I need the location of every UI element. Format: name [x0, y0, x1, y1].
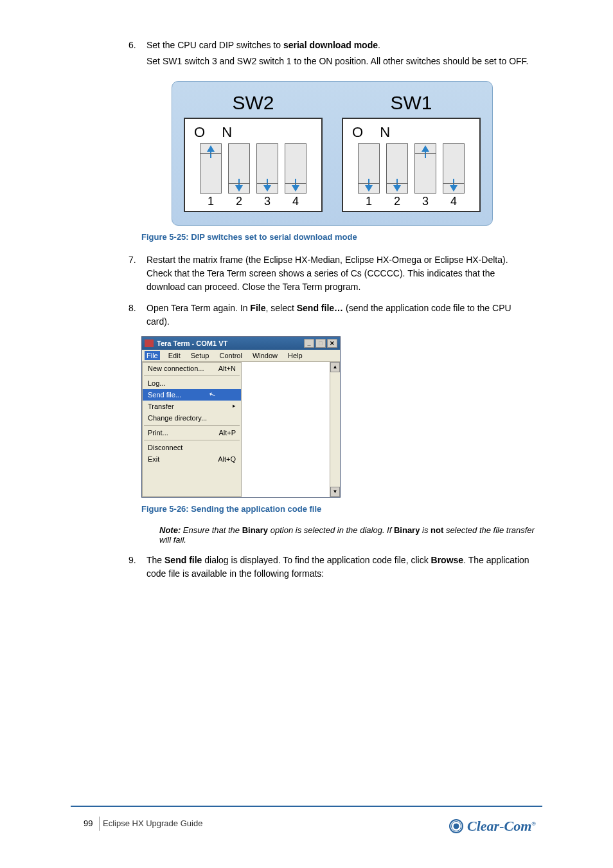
scrollbar[interactable]: ▲ ▼: [330, 362, 340, 497]
step-body: Restart the matrix frame (the Eclipse HX…: [147, 253, 536, 294]
text: option is selected in the dialog. If: [268, 525, 394, 535]
text-bold: not: [431, 525, 443, 535]
text: Ensure that the: [183, 525, 242, 535]
menu-separator: [144, 375, 240, 376]
menu-item[interactable]: Change directory...: [143, 412, 241, 424]
brand-name: Clear-Com: [467, 818, 531, 834]
close-button[interactable]: ✕: [327, 339, 337, 348]
menu-item[interactable]: Log...: [143, 377, 241, 389]
page-number: 99: [84, 818, 93, 828]
brand-icon: [449, 819, 463, 833]
dip-switch: 1: [200, 143, 222, 208]
cursor-icon: ↖: [208, 390, 217, 401]
switch-number: 2: [394, 195, 400, 208]
menu-file[interactable]: File: [145, 351, 160, 360]
teraterm-screenshot: Tera Term - COM1 VT _ □ ✕ FileEditSetupC…: [141, 336, 536, 498]
text: , select: [265, 303, 296, 313]
text-bold: File: [250, 303, 265, 313]
step-number: 6.: [129, 39, 147, 71]
menu-item-label: Send file...: [148, 391, 181, 399]
menu-item-label: Disconnect: [148, 444, 182, 451]
text-bold: Binary: [242, 525, 268, 535]
switch-number: 4: [450, 195, 457, 208]
step-7: 7. Restart the matrix frame (the Eclipse…: [129, 253, 536, 294]
dip-switch-figure: SW2 O N 1234 SW1 O N 1234: [172, 81, 493, 226]
menu-item-label: Change directory...: [148, 414, 207, 422]
menu-edit[interactable]: Edit: [166, 351, 182, 360]
menu-item[interactable]: Print...Alt+P: [143, 427, 241, 439]
text-bold: Send file…: [297, 303, 343, 313]
sw2-block: SW2 O N 1234: [184, 92, 323, 212]
step-body: The Send file dialog is displayed. To fi…: [147, 554, 536, 581]
brand-registered: ®: [531, 820, 536, 827]
figure-caption-2: Figure 5-26: Sending the application cod…: [129, 504, 536, 514]
menubar: FileEditSetupControlWindowHelp: [142, 350, 340, 362]
menu-item-label: Print...: [148, 429, 168, 437]
menu-item[interactable]: New connection...Alt+N: [143, 363, 241, 374]
menu-item-label: New connection...: [148, 365, 204, 372]
scroll-up-button[interactable]: ▲: [330, 362, 340, 372]
switch-number: 1: [366, 195, 372, 208]
window-title: Tera Term - COM1 VT: [157, 339, 304, 347]
menu-shortcut: Alt+Q: [218, 455, 236, 463]
on-label: O N: [347, 124, 475, 141]
sw1-block: SW1 O N 1234: [342, 92, 481, 212]
minimize-button[interactable]: _: [304, 339, 314, 348]
text: Set SW1 switch 3 and SW2 switch 1 to the…: [147, 55, 536, 68]
on-label: O N: [189, 124, 317, 141]
menu-item[interactable]: Send file...↖: [143, 389, 241, 401]
switch-number: 1: [208, 195, 214, 208]
menu-separator: [144, 425, 240, 426]
menu-item-label: Log...: [148, 379, 166, 387]
menu-item[interactable]: Transfer: [143, 401, 241, 412]
text: Open Tera Term again. In: [147, 303, 250, 313]
text-bold: serial download mode: [283, 40, 378, 50]
menu-setup[interactable]: Setup: [189, 351, 211, 360]
menu-item-label: Exit: [148, 455, 159, 463]
step-body: Set the CPU card DIP switches to serial …: [147, 39, 536, 71]
text: Set the CPU card DIP switches to: [147, 40, 283, 50]
note-label: Note:: [159, 525, 181, 535]
switch-number: 2: [236, 195, 242, 208]
text-bold: Browse: [431, 555, 464, 565]
app-icon: [145, 339, 154, 347]
dip-switch: 4: [443, 143, 465, 208]
step-8: 8. Open Tera Term again. In File, select…: [129, 302, 536, 329]
maximize-button[interactable]: □: [315, 339, 326, 348]
menu-shortcut: Alt+N: [218, 365, 236, 372]
footer-separator: [99, 817, 100, 831]
switch-number: 3: [264, 195, 271, 208]
menu-item[interactable]: ExitAlt+Q: [143, 453, 241, 465]
menu-control[interactable]: Control: [217, 351, 244, 360]
text: dialog is displayed. To find the applica…: [202, 555, 431, 565]
sw1-title: SW1: [342, 92, 481, 114]
step-9: 9. The Send file dialog is displayed. To…: [129, 554, 536, 581]
brand-logo: Clear-Com®: [449, 818, 536, 835]
footer-divider: [71, 806, 542, 807]
text: is: [420, 525, 431, 535]
dip-switch: 4: [285, 143, 306, 208]
step-number: 7.: [129, 253, 147, 294]
menu-item-label: Transfer: [148, 402, 174, 410]
figure-caption-1: Figure 5-25: DIP switches set to serial …: [129, 232, 536, 242]
dip-switch: 2: [386, 143, 408, 208]
text: The: [147, 555, 164, 565]
dip-switch: 2: [228, 143, 250, 208]
step-number: 8.: [129, 302, 147, 329]
sw2-title: SW2: [184, 92, 323, 114]
switch-number: 4: [292, 195, 299, 208]
menu-separator: [144, 440, 240, 440]
window-titlebar: Tera Term - COM1 VT _ □ ✕: [142, 337, 340, 350]
step-number: 9.: [129, 554, 147, 581]
dip-switch: 3: [256, 143, 278, 208]
menu-item[interactable]: Disconnect: [143, 442, 241, 453]
dip-switch: 1: [358, 143, 380, 208]
menu-help[interactable]: Help: [286, 351, 305, 360]
step-body: Open Tera Term again. In File, select Se…: [147, 302, 536, 329]
step-6: 6. Set the CPU card DIP switches to seri…: [129, 39, 536, 71]
text-bold: Binary: [394, 525, 420, 535]
scroll-down-button[interactable]: ▼: [330, 487, 340, 497]
menu-shortcut: Alt+P: [218, 429, 236, 437]
menu-window[interactable]: Window: [251, 351, 280, 360]
note: Note: Ensure that the Binary option is s…: [159, 525, 536, 545]
